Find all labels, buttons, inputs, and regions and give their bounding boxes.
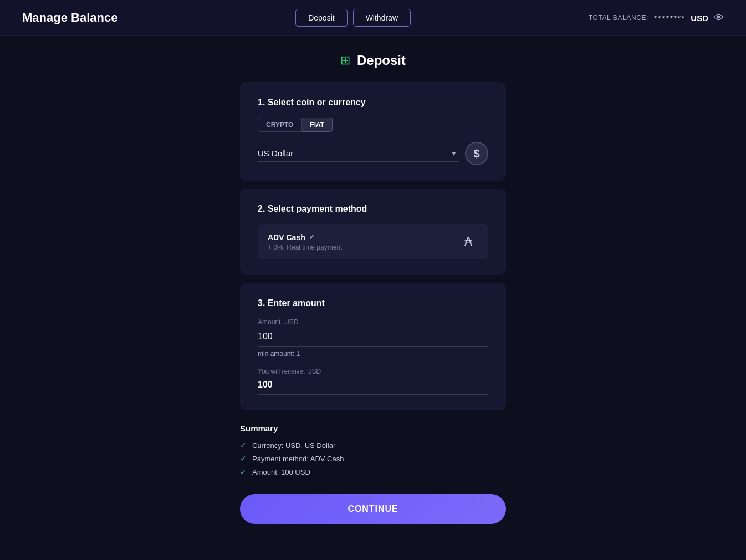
tab-crypto[interactable]: CRYPTO xyxy=(258,118,302,132)
summary-item-amount: ✓ Amount: 100 USD xyxy=(240,467,506,476)
header-actions: Deposit Withdraw xyxy=(295,9,411,27)
step2-title: 2. Select payment method xyxy=(258,204,488,214)
check-icon-currency: ✓ xyxy=(240,441,247,450)
currency-select-wrapper: US Dollar Euro British Pound ▼ xyxy=(258,145,459,162)
receive-label: You will receive, USD xyxy=(258,368,488,375)
header: Manage Balance Deposit Withdraw TOTAL BA… xyxy=(0,0,746,36)
check-icon-amount: ✓ xyxy=(240,467,247,476)
summary-item-currency: ✓ Currency: USD, US Dollar xyxy=(240,441,506,450)
tab-fiat[interactable]: FIAT xyxy=(302,118,333,132)
summary-title: Summary xyxy=(240,424,506,433)
toggle-balance-icon[interactable]: 👁 xyxy=(714,12,724,24)
currency-select[interactable]: US Dollar Euro British Pound xyxy=(258,145,459,162)
adv-cash-icon: ₳ xyxy=(458,232,478,252)
step1-card: 1. Select coin or currency CRYPTO FIAT U… xyxy=(240,82,506,181)
withdraw-button[interactable]: Withdraw xyxy=(353,9,411,27)
continue-button[interactable]: CONTINUE xyxy=(240,494,506,524)
amount-input[interactable] xyxy=(258,329,488,347)
step3-card: 3. Enter amount Amount, USD min amount: … xyxy=(240,283,506,410)
step3-title: 3. Enter amount xyxy=(258,298,488,308)
receive-value: 100 xyxy=(258,378,488,395)
page-title: Manage Balance xyxy=(22,11,117,25)
balance-value: ******** xyxy=(654,13,685,23)
deposit-title-row: ⊞ Deposit xyxy=(340,53,406,68)
summary-section: Summary ✓ Currency: USD, US Dollar ✓ Pay… xyxy=(240,418,506,481)
currency-symbol-icon: $ xyxy=(465,142,488,165)
deposit-title: Deposit xyxy=(357,53,406,68)
balance-section: TOTAL BALANCE: ******** USD 👁 xyxy=(589,12,724,24)
payment-method-option[interactable]: ADV Cash ✓ + 0%, Real time payment ₳ xyxy=(258,224,488,259)
step1-title: 1. Select coin or currency xyxy=(258,98,488,108)
amount-label: Amount, USD xyxy=(258,318,488,326)
payment-method-name: ADV Cash ✓ xyxy=(268,233,342,242)
min-amount-info: min amount: 1 xyxy=(258,350,488,358)
payment-method-subtitle: + 0%, Real time payment xyxy=(268,243,342,251)
deposit-button[interactable]: Deposit xyxy=(295,9,347,27)
payment-check-icon: ✓ xyxy=(309,233,315,241)
continue-btn-wrapper: CONTINUE xyxy=(240,494,506,524)
balance-label: TOTAL BALANCE: xyxy=(589,14,648,22)
payment-method-info: ADV Cash ✓ + 0%, Real time payment xyxy=(268,233,342,251)
summary-item-payment: ✓ Payment method: ADV Cash xyxy=(240,454,506,463)
balance-currency: USD xyxy=(691,13,708,23)
currency-type-tabs: CRYPTO FIAT xyxy=(258,118,488,132)
deposit-icon: ⊞ xyxy=(340,53,350,68)
currency-selector: US Dollar Euro British Pound ▼ $ xyxy=(258,142,488,165)
main-content: ⊞ Deposit 1. Select coin or currency CRY… xyxy=(0,36,746,546)
summary-payment-text: Payment method: ADV Cash xyxy=(252,455,344,463)
summary-amount-text: Amount: 100 USD xyxy=(252,468,310,476)
check-icon-payment: ✓ xyxy=(240,454,247,463)
summary-currency-text: Currency: USD, US Dollar xyxy=(252,441,335,450)
step2-card: 2. Select payment method ADV Cash ✓ + 0%… xyxy=(240,189,506,275)
